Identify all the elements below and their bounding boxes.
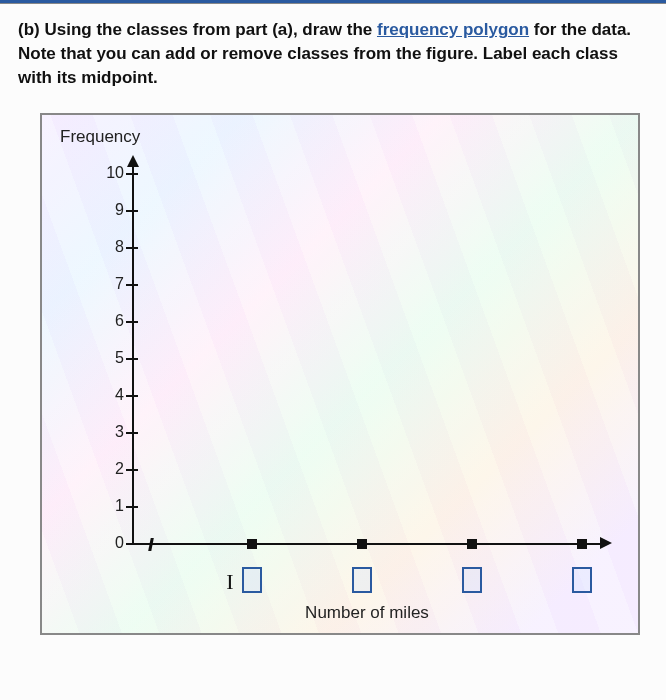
y-tick: [126, 321, 138, 323]
x-data-marker[interactable]: [577, 539, 587, 549]
y-tick-label: 3: [98, 423, 124, 441]
y-tick: [126, 469, 138, 471]
chart-plot-area[interactable]: // 0 1 2 3 4 5 6 7 8 9 10: [132, 173, 602, 543]
y-tick: [126, 358, 138, 360]
y-tick-label: 10: [98, 164, 124, 182]
y-tick-label: 6: [98, 312, 124, 330]
y-tick-label: 4: [98, 386, 124, 404]
y-tick: [126, 506, 138, 508]
y-tick: [126, 432, 138, 434]
text-cursor-icon: I: [226, 569, 233, 595]
y-tick: [126, 395, 138, 397]
y-tick-label: 7: [98, 275, 124, 293]
x-data-marker[interactable]: [247, 539, 257, 549]
question-text: (b) Using the classes from part (a), dra…: [0, 3, 666, 101]
frequency-polygon-link[interactable]: frequency polygon: [377, 20, 529, 39]
chart-frame: Frequency // 0 1 2 3 4 5 6 7 8: [40, 113, 640, 635]
y-tick-label: 1: [98, 497, 124, 515]
y-tick-label: 5: [98, 349, 124, 367]
x-midpoint-input[interactable]: [242, 567, 262, 593]
x-midpoint-input[interactable]: [352, 567, 372, 593]
y-tick-label: 8: [98, 238, 124, 256]
y-tick: [126, 543, 138, 545]
x-data-marker[interactable]: [357, 539, 367, 549]
y-tick: [126, 173, 138, 175]
axis-break-icon: //: [148, 535, 150, 556]
x-axis-label: Number of miles: [132, 603, 602, 623]
y-axis-arrow-icon: [127, 155, 139, 167]
y-tick: [126, 284, 138, 286]
y-tick-label: 9: [98, 201, 124, 219]
x-axis: [132, 543, 602, 545]
page: (b) Using the classes from part (a), dra…: [0, 0, 666, 700]
y-tick-label: 2: [98, 460, 124, 478]
y-tick: [126, 210, 138, 212]
question-label: (b): [18, 20, 40, 39]
x-midpoint-input[interactable]: [572, 567, 592, 593]
y-axis-label: Frequency: [60, 127, 140, 147]
x-data-marker[interactable]: [467, 539, 477, 549]
y-tick: [126, 247, 138, 249]
x-axis-arrow-icon: [600, 537, 612, 549]
x-midpoint-input[interactable]: [462, 567, 482, 593]
y-axis: [132, 163, 134, 543]
y-tick-label: 0: [98, 534, 124, 552]
question-body-pre: Using the classes from part (a), draw th…: [44, 20, 377, 39]
